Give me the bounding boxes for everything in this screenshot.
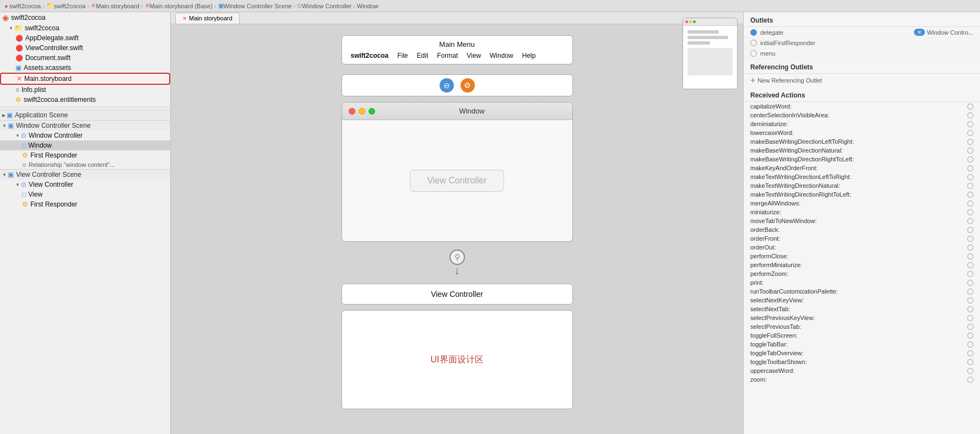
breadcrumb-storyboard-base-icon: ✕ <box>145 2 150 9</box>
action-circle <box>967 262 973 268</box>
action-name: mergeAllWindows: <box>750 200 967 207</box>
traffic-light-green <box>369 108 375 115</box>
view-label: View <box>28 191 42 198</box>
breadcrumb-swift-icon: ● <box>4 3 8 9</box>
received-action-row: uppercaseWord: <box>744 366 980 375</box>
received-action-row: makeBaseWritingDirectionRightToLeft: <box>744 155 980 164</box>
nav-document[interactable]: 🔴 Document.swift <box>0 53 170 63</box>
outlet-delegate: delegate ✕ Window Contro... <box>744 27 980 38</box>
nav-info-plist[interactable]: ≡ Info.plist <box>0 85 170 95</box>
action-circle <box>967 280 973 286</box>
action-name: makeBaseWritingDirectionNatural: <box>750 147 967 154</box>
received-action-row: deminiaturize: <box>744 120 980 128</box>
nav-first-responder-2[interactable]: ⚙ First Responder <box>0 199 170 209</box>
action-name: centerSelectionInVisibleArea: <box>750 112 967 118</box>
nav-view[interactable]: □ View <box>0 189 170 199</box>
menu-format: Format <box>437 52 458 59</box>
action-circle <box>967 368 973 374</box>
connector-circle: ⚲ <box>450 249 465 265</box>
action-name: runToolbarCustomizationPalette: <box>750 288 967 295</box>
action-circle <box>967 341 973 348</box>
connector-arrow: ↓ <box>454 265 460 276</box>
action-circle <box>967 148 973 154</box>
breadcrumb-folder[interactable]: swift2cocoa <box>54 3 85 9</box>
action-name: selectPreviousKeyView: <box>750 314 967 321</box>
action-circle <box>967 359 973 365</box>
menu-app: swift2cocoa <box>351 52 389 59</box>
breadcrumb-vc[interactable]: Window Controller <box>302 3 351 9</box>
outlet-menu: menu <box>744 48 980 59</box>
entitlements-icon: ⚙ <box>15 96 21 104</box>
vc-content-box: UI界面设计区 <box>342 310 573 409</box>
nav-view-controller-scene[interactable]: ▼ ▣ View Controller Scene <box>0 169 170 180</box>
action-circle <box>967 104 973 110</box>
received-action-row: makeTextWritingDirectionNatural: <box>744 181 980 190</box>
preview-box <box>687 48 733 75</box>
vc-item-icon: ⊙ <box>21 181 26 188</box>
new-referencing-outlet[interactable]: + New Referencing Outlet <box>744 74 980 87</box>
action-name: miniaturize: <box>750 209 967 215</box>
nav-relationship[interactable]: ⊖ Relationship "window content"... <box>0 160 170 169</box>
swift-project-icon: ◉ <box>2 13 9 22</box>
outlet-delegate-name: delegate <box>760 29 914 36</box>
preview-line-1 <box>687 30 719 34</box>
breadcrumb-storyboard[interactable]: Main.storyboard <box>96 3 139 9</box>
tab-bar: ✕ Main storyboard <box>171 12 743 24</box>
nav-view-controller-item[interactable]: ▼ ⊙ View Controller <box>0 180 170 189</box>
nav-window[interactable]: □ Window <box>0 140 170 150</box>
view-icon: □ <box>22 191 26 198</box>
breadcrumb-window[interactable]: Window <box>357 3 378 9</box>
menu-view: View <box>467 52 481 59</box>
outlet-ifr-circle <box>750 40 757 46</box>
nav-entitlements[interactable]: ⚙ swift2cocoa.entitlements <box>0 95 170 105</box>
breadcrumb-scene[interactable]: Window Controller Scene <box>224 3 292 9</box>
first-responder-2-icon: ⚙ <box>22 200 28 208</box>
action-name: selectNextTab: <box>750 306 967 312</box>
action-name: capitalizeWord: <box>750 103 967 110</box>
document-label: Document.swift <box>25 54 71 62</box>
nav-application-scene[interactable]: ▶ ▣ Application Scene <box>0 110 170 120</box>
nav-swift2cocoa-group[interactable]: ▼ 📁 swift2cocoa <box>0 23 170 33</box>
action-name: deminiaturize: <box>750 121 967 127</box>
received-action-row: performClose: <box>744 252 980 261</box>
action-circle <box>967 253 973 259</box>
prev-tl-red <box>685 20 688 23</box>
action-name: moveTabToNewWindow: <box>750 218 967 224</box>
nav-window-controller[interactable]: ▼ ⊙ Window Controller <box>0 131 170 140</box>
preview-content <box>683 26 737 80</box>
nav-project[interactable]: ◉ swift2cocoa <box>0 12 170 23</box>
received-action-row: print: <box>744 278 980 287</box>
menu-file: File <box>397 52 408 59</box>
received-action-row: runToolbarCustomizationPalette: <box>744 287 980 296</box>
action-name: makeBaseWritingDirectionRightToLeft: <box>750 156 967 162</box>
received-action-row: moveTabToNewWindow: <box>744 216 980 225</box>
menu-edit: Edit <box>417 52 429 59</box>
action-circle <box>967 121 973 127</box>
vc-item-label: View Controller <box>29 181 73 188</box>
action-circle <box>967 218 973 224</box>
nav-first-responder-1[interactable]: ⚙ First Responder <box>0 150 170 160</box>
received-action-row: makeTextWritingDirectionLeftToRight: <box>744 172 980 181</box>
app-delegate-label: AppDelegate.swift <box>25 34 79 42</box>
action-circle <box>967 236 973 242</box>
action-circle <box>967 156 973 162</box>
nav-app-delegate[interactable]: 🔴 AppDelegate.swift <box>0 33 170 43</box>
action-circle <box>967 183 973 189</box>
action-circle <box>967 209 973 215</box>
menu-bar-scene: Main Menu swift2cocoa File Edit Format V… <box>342 35 573 64</box>
nav-main-storyboard[interactable]: ✕ Main.storyboard <box>0 73 170 85</box>
outlet-delegate-target: Window Contro... <box>927 29 973 36</box>
canvas-content: Main Menu swift2cocoa File Edit Format V… <box>171 24 743 420</box>
referencing-outlets-title: Referencing Outlets <box>744 59 980 74</box>
breadcrumb-storyboard-base[interactable]: Main.storyboard (Base) <box>150 3 213 9</box>
storyboard-tab[interactable]: ✕ Main storyboard <box>175 13 240 24</box>
nav-view-controller-swift[interactable]: 🔴 ViewController.swift <box>0 43 170 53</box>
received-action-row: selectPreviousTab: <box>744 322 980 331</box>
preview-panel <box>683 18 738 89</box>
vc-scene-label: View Controller Scene <box>16 171 82 178</box>
nav-xcassets[interactable]: ▣ Assets.xcassets <box>0 63 170 73</box>
breadcrumb-project[interactable]: swift2cocoa <box>9 3 41 9</box>
wc-scene-icon: ▣ <box>8 122 14 129</box>
swift-icon-doc: 🔴 <box>15 55 23 62</box>
nav-window-controller-scene[interactable]: ▼ ▣ Window Controller Scene <box>0 120 170 131</box>
